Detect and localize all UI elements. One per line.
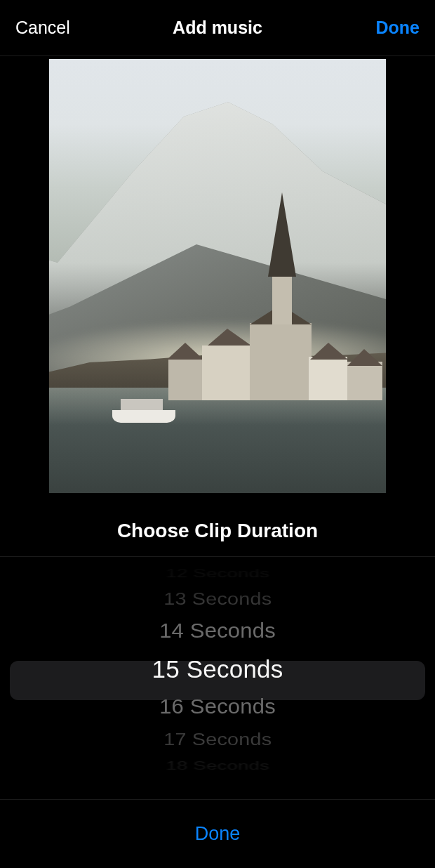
picker-option[interactable]: 17 Seconds	[163, 728, 272, 751]
nav-bar: Cancel Add music Done	[0, 0, 435, 56]
done-bottom-button[interactable]: Done	[195, 823, 241, 845]
nav-title: Add music	[100, 18, 335, 38]
preview-container	[0, 56, 435, 493]
picker-option[interactable]: 18 Seconds	[166, 760, 269, 772]
done-nav-button[interactable]: Done	[376, 18, 420, 38]
picker-option[interactable]: 12 Seconds	[166, 567, 269, 579]
bottom-toolbar: Done	[0, 799, 435, 868]
section-title: Choose Clip Duration	[0, 520, 435, 542]
picker-option[interactable]: 16 Seconds	[159, 691, 276, 723]
cancel-button[interactable]: Cancel	[15, 18, 70, 38]
picker-option[interactable]: 14 Seconds	[159, 615, 276, 647]
duration-picker[interactable]: 12 Seconds 13 Seconds 14 Seconds 15 Seco…	[0, 556, 435, 794]
picker-column[interactable]: 12 Seconds 13 Seconds 14 Seconds 15 Seco…	[0, 557, 435, 776]
story-preview-image[interactable]	[49, 59, 386, 493]
picker-option[interactable]: 13 Seconds	[163, 588, 272, 610]
picker-option-selected[interactable]: 15 Seconds	[152, 650, 283, 689]
